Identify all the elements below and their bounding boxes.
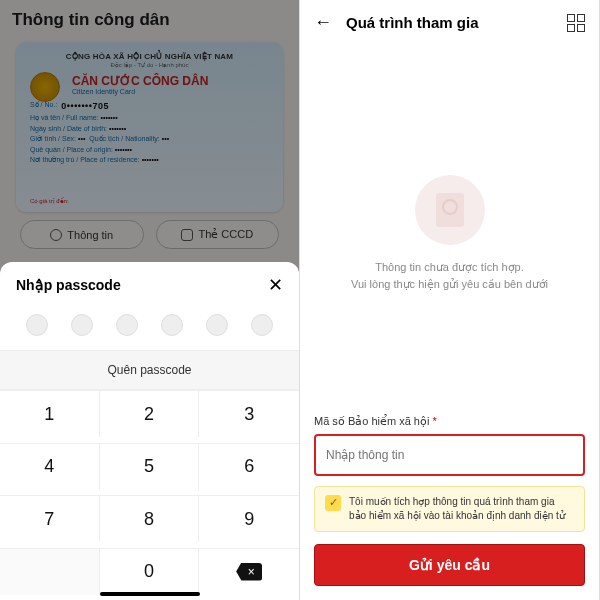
passcode-dot <box>26 314 48 336</box>
passcode-dot <box>71 314 93 336</box>
submit-button[interactable]: Gửi yêu cầu <box>314 544 585 586</box>
empty-state: Thông tin chưa được tích hợp. Vui lòng t… <box>300 175 599 292</box>
close-icon[interactable]: ✕ <box>268 274 283 296</box>
consent-box[interactable]: ✓ Tôi muốn tích hợp thông tin quá trình … <box>314 486 585 532</box>
passcode-sheet: Nhập passcode ✕ Quên passcode 1 2 3 4 5 … <box>0 262 299 600</box>
required-mark: * <box>432 415 436 427</box>
key-4[interactable]: 4 <box>0 443 100 490</box>
home-indicator <box>100 592 200 596</box>
qr-icon[interactable] <box>567 14 585 32</box>
key-7[interactable]: 7 <box>0 495 100 542</box>
empty-line-2: Vui lòng thực hiện gửi yêu cầu bên dưới <box>330 276 569 293</box>
forgot-passcode-button[interactable]: Quên passcode <box>0 350 299 390</box>
passcode-dots <box>0 308 299 350</box>
key-9[interactable]: 9 <box>199 495 299 542</box>
passcode-dot <box>206 314 228 336</box>
empty-illustration-icon <box>415 175 485 245</box>
key-0[interactable]: 0 <box>100 548 200 595</box>
sheet-title: Nhập passcode <box>16 277 121 293</box>
key-1[interactable]: 1 <box>0 390 100 437</box>
key-2[interactable]: 2 <box>100 390 200 437</box>
consent-text: Tôi muốn tích hợp thông tin quá trình th… <box>349 495 574 523</box>
checkbox-icon[interactable]: ✓ <box>325 495 341 511</box>
page-title: Quá trình tham gia <box>346 14 553 31</box>
back-icon[interactable]: ← <box>314 12 332 33</box>
passcode-dot <box>161 314 183 336</box>
field-label: Mã số Bảo hiểm xã hội * <box>314 415 585 428</box>
passcode-dot <box>251 314 273 336</box>
key-3[interactable]: 3 <box>199 390 299 437</box>
key-8[interactable]: 8 <box>100 495 200 542</box>
key-backspace[interactable] <box>199 548 299 595</box>
insurance-number-field[interactable] <box>314 434 585 476</box>
key-5[interactable]: 5 <box>100 443 200 490</box>
keypad: 1 2 3 4 5 6 7 8 9 0 <box>0 390 299 600</box>
backspace-icon <box>236 563 262 581</box>
passcode-dot <box>116 314 138 336</box>
empty-line-1: Thông tin chưa được tích hợp. <box>330 259 569 276</box>
key-6[interactable]: 6 <box>199 443 299 490</box>
key-blank <box>0 548 100 595</box>
